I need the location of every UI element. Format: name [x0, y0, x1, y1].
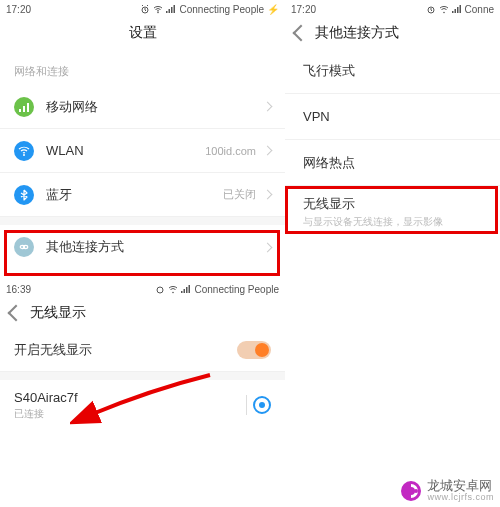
- watermark-logo-icon: [399, 479, 423, 503]
- alarm-icon: [140, 4, 150, 14]
- svg-point-11: [23, 245, 27, 248]
- svg-point-9: [23, 154, 25, 156]
- watermark: 龙城安卓网 www.lcjrfs.com: [399, 479, 494, 503]
- svg-rect-20: [181, 291, 183, 293]
- row-wlan[interactable]: WLAN 100id.com: [0, 129, 285, 173]
- row-vpn[interactable]: VPN: [285, 94, 500, 140]
- row-label: 蓝牙: [46, 186, 223, 204]
- row-label: VPN: [303, 109, 486, 124]
- row-label: 飞行模式: [303, 62, 486, 80]
- svg-rect-17: [459, 5, 461, 13]
- alarm-icon: [426, 4, 436, 14]
- device-name: S40Airac7f: [14, 390, 78, 405]
- svg-point-24: [414, 489, 418, 493]
- status-bar: 17:20 Conne: [285, 0, 500, 18]
- spacer: [0, 217, 285, 225]
- spacer: [0, 372, 285, 380]
- alarm-icon: [155, 284, 165, 294]
- row-label: WLAN: [46, 143, 205, 158]
- page-title: 设置: [0, 24, 285, 42]
- row-mobile-network[interactable]: 移动网络: [0, 85, 285, 129]
- wifi-icon: [168, 284, 178, 294]
- svg-point-19: [173, 292, 175, 294]
- cellular-icon: [14, 97, 34, 117]
- toggle-switch[interactable]: [237, 341, 271, 359]
- row-label: 无线显示: [303, 195, 443, 213]
- status-bar: 17:20 Connecting People ⚡: [0, 0, 285, 18]
- header: 设置: [0, 18, 285, 48]
- svg-point-1: [158, 12, 160, 14]
- svg-point-13: [443, 12, 445, 14]
- back-icon[interactable]: [293, 25, 310, 42]
- charging-icon: ⚡: [267, 4, 279, 15]
- row-bluetooth[interactable]: 蓝牙 已关闭: [0, 173, 285, 217]
- wireless-display-screen: 16:39 Connecting People 无线显示 开启无线显示 S40A…: [0, 280, 285, 430]
- status-carrier: Conne: [465, 4, 494, 15]
- chevron-right-icon: [263, 146, 273, 156]
- svg-rect-2: [166, 11, 168, 13]
- row-value: 已关闭: [223, 187, 256, 202]
- status-time: 17:20: [291, 4, 316, 15]
- back-icon[interactable]: [8, 305, 25, 322]
- svg-rect-8: [27, 103, 29, 112]
- page-title: 其他连接方式: [315, 24, 399, 42]
- row-hotspot[interactable]: 网络热点: [285, 140, 500, 186]
- gear-icon[interactable]: [253, 396, 271, 414]
- svg-rect-3: [169, 9, 171, 13]
- status-time: 16:39: [6, 284, 31, 295]
- settings-screen: 17:20 Connecting People ⚡ 设置 网络和连接 移动网络 …: [0, 0, 285, 280]
- svg-rect-22: [186, 287, 188, 293]
- status-carrier: Connecting People: [194, 284, 279, 295]
- svg-rect-23: [189, 285, 191, 293]
- svg-rect-21: [184, 289, 186, 293]
- watermark-url: www.lcjrfs.com: [427, 493, 494, 503]
- row-enable-wireless-display[interactable]: 开启无线显示: [0, 328, 285, 372]
- row-label: 其他连接方式: [46, 238, 264, 256]
- svg-rect-5: [174, 5, 176, 13]
- watermark-name: 龙城安卓网: [427, 479, 494, 493]
- section-label-network: 网络和连接: [0, 48, 285, 85]
- row-label: 开启无线显示: [14, 341, 237, 359]
- wifi-icon: [153, 4, 163, 14]
- page-title: 无线显示: [30, 304, 86, 322]
- svg-rect-16: [457, 7, 459, 13]
- link-icon: [14, 237, 34, 257]
- wifi-icon: [14, 141, 34, 161]
- row-wireless-display[interactable]: 无线显示 与显示设备无线连接，显示影像: [285, 186, 500, 238]
- svg-rect-6: [19, 109, 21, 112]
- signal-icon: [452, 4, 462, 14]
- device-state: 已连接: [14, 407, 44, 421]
- svg-rect-7: [23, 106, 25, 112]
- svg-rect-14: [452, 11, 454, 13]
- divider: [246, 395, 247, 415]
- status-bar: 16:39 Connecting People: [0, 280, 285, 298]
- row-label: 网络热点: [303, 154, 486, 172]
- row-device[interactable]: S40Airac7f 已连接: [0, 380, 285, 430]
- wifi-icon: [439, 4, 449, 14]
- status-time: 17:20: [6, 4, 31, 15]
- chevron-right-icon: [263, 102, 273, 112]
- row-airplane-mode[interactable]: 飞行模式: [285, 48, 500, 94]
- signal-icon: [181, 284, 191, 294]
- toggle-knob: [255, 343, 269, 357]
- row-sublabel: 与显示设备无线连接，显示影像: [303, 215, 443, 229]
- header: 其他连接方式: [285, 18, 500, 48]
- header: 无线显示: [0, 298, 285, 328]
- svg-point-18: [157, 287, 163, 293]
- row-other-connections[interactable]: 其他连接方式: [0, 225, 285, 269]
- bluetooth-icon: [14, 185, 34, 205]
- row-value: 100id.com: [205, 145, 256, 157]
- chevron-right-icon: [263, 190, 273, 200]
- status-carrier: Connecting People: [179, 4, 264, 15]
- svg-rect-4: [171, 7, 173, 13]
- other-connections-screen: 17:20 Conne 其他连接方式 飞行模式 VPN 网络热点 无线显示 与显…: [285, 0, 500, 280]
- chevron-right-icon: [263, 242, 273, 252]
- row-label: 移动网络: [46, 98, 264, 116]
- signal-icon: [166, 4, 176, 14]
- svg-rect-15: [454, 9, 456, 13]
